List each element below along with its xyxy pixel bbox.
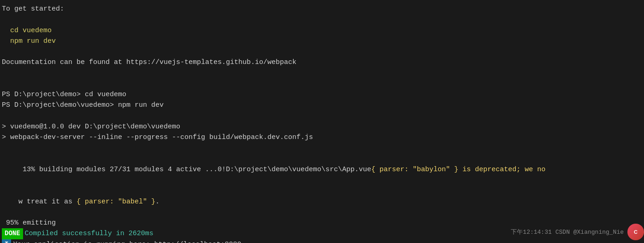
line-treat: w treat it as { parser: "babel" }.: [2, 185, 642, 218]
line-ps1: PS D:\project\demo> cd vuedemo: [2, 89, 642, 100]
running-text: Your application is running here: http:/…: [13, 239, 241, 243]
line-docs: Documentation can be found at https://vu…: [2, 57, 642, 68]
info-badge: I: [2, 239, 11, 243]
time-display: 下午12:14:31: [511, 228, 551, 236]
csdn-label: CSDN @Xiangning_Nie: [555, 229, 624, 236]
line-npm: npm run dev: [2, 36, 642, 46]
line-get-started: To get started:: [2, 4, 642, 14]
line-webpack-cmd: > webpack-dev-server --inline --progress…: [2, 132, 642, 143]
line-vuedemo-version: > vuedemo@1.0.0 dev D:\project\demo\vued…: [2, 122, 642, 132]
compiled-text: Compiled successfully in 2620ms: [25, 228, 154, 239]
terminal: To get started: cd vuedemo npm run dev D…: [0, 0, 644, 243]
line-cd: cd vuedemo: [2, 25, 642, 36]
line-building: 13% building modules 27/31 modules 4 act…: [2, 154, 642, 186]
bottom-right-area: 下午12:14:31 CSDN @Xiangning_Nie C: [511, 224, 644, 240]
line-ps2: PS D:\project\demo\vuedemo> npm run dev: [2, 100, 642, 110]
csdn-avatar: C: [627, 224, 644, 240]
done-badge: DONE: [2, 228, 23, 239]
